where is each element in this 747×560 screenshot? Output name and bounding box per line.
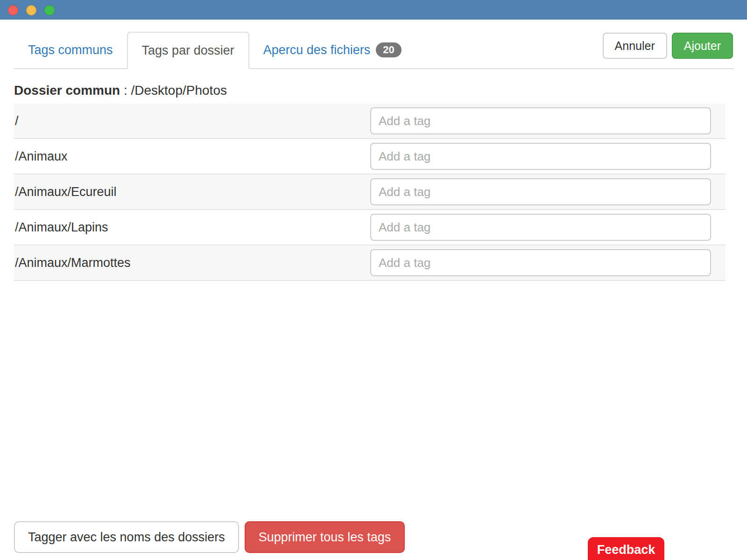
table-row: / — [14, 104, 726, 139]
folder-path: / — [15, 114, 370, 128]
folder-tag-table: / /Animaux /Animaux/Ecureuil /Animaux/La… — [14, 104, 726, 281]
tag-input[interactable] — [370, 107, 711, 134]
minimize-button[interactable] — [26, 5, 36, 15]
tag-input[interactable] — [370, 143, 711, 170]
table-row: /Animaux/Lapins — [14, 210, 726, 245]
folder-path: /Animaux/Marmottes — [15, 256, 370, 270]
tag-input[interactable] — [370, 214, 711, 241]
bottom-actions: Tagger avec les noms des dossiers Suppri… — [14, 521, 405, 553]
add-button[interactable]: Ajouter — [672, 33, 733, 59]
tab-tags-par-dossier-label: Tags par dossier — [142, 43, 234, 58]
tab-tags-communs-label: Tags communs — [28, 43, 113, 57]
folder-path: /Animaux/Lapins — [15, 220, 370, 235]
cancel-button[interactable]: Annuler — [603, 33, 667, 59]
file-count-badge: 20 — [376, 42, 401, 57]
common-folder-separator: : — [120, 83, 131, 98]
tag-input[interactable] — [370, 178, 711, 205]
delete-all-tags-button[interactable]: Supprimer tous les tags — [245, 521, 405, 553]
common-folder-label: Dossier commun — [14, 83, 120, 98]
tab-apercu-des-fichiers-label: Apercu des fichiers — [263, 43, 371, 57]
tab-tags-par-dossier[interactable]: Tags par dossier — [127, 32, 249, 69]
feedback-label: Feedback — [597, 543, 655, 557]
window-titlebar — [0, 0, 747, 20]
feedback-button[interactable]: Feedback — [588, 537, 664, 560]
tab-tags-communs[interactable]: Tags communs — [14, 32, 127, 68]
tag-with-folder-names-button[interactable]: Tagger avec les noms des dossiers — [14, 521, 239, 553]
folder-path: /Animaux — [15, 149, 370, 164]
folder-path: /Animaux/Ecureuil — [15, 185, 370, 199]
common-folder-heading: Dossier commun : /Desktop/Photos — [14, 83, 227, 98]
tab-apercu-des-fichiers[interactable]: Apercu des fichiers 20 — [249, 32, 416, 68]
close-button[interactable] — [8, 5, 18, 15]
table-row: /Animaux/Marmottes — [14, 245, 726, 281]
zoom-button[interactable] — [44, 5, 55, 15]
common-folder-path: /Desktop/Photos — [131, 83, 227, 98]
header-actions: Annuler Ajouter — [603, 33, 733, 59]
table-row: /Animaux — [14, 139, 726, 175]
tag-input[interactable] — [370, 249, 711, 276]
table-row: /Animaux/Ecureuil — [14, 175, 726, 210]
